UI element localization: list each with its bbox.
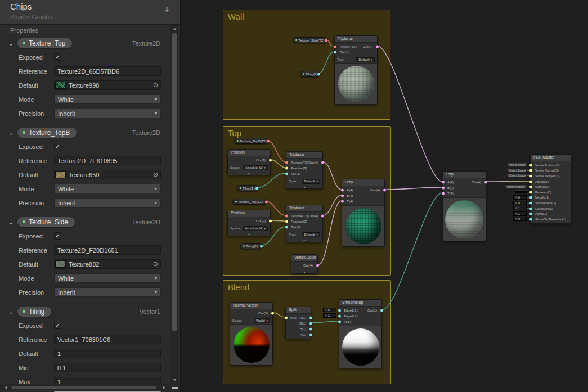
port-vertex-tangent-3-[interactable]: Vertex Tangent(3) — [531, 173, 566, 179]
input-port[interactable] — [529, 201, 532, 204]
graph-pill-tiling-1-[interactable]: Tiling(1) — [237, 185, 258, 191]
precision-dropdown[interactable]: Inherit▾ — [54, 287, 161, 297]
input-port[interactable] — [442, 192, 445, 195]
object-picker-icon[interactable]: ⊙ — [153, 82, 158, 89]
scroll-down-icon[interactable]: ▼ — [170, 376, 179, 384]
object-picker-icon[interactable]: ⊙ — [153, 260, 158, 268]
port-t-4-[interactable]: T(4) — [342, 199, 353, 204]
chevron-down-icon[interactable]: ⌄ — [8, 41, 14, 46]
graph-pill-texture-top-t2-[interactable]: Texture_Top(T2) — [232, 199, 267, 205]
port-position-3-[interactable]: Position(3) — [286, 165, 308, 171]
output-port[interactable] — [309, 317, 312, 319]
port-out-4-[interactable]: Out(4) — [370, 187, 384, 193]
input-port[interactable] — [529, 218, 532, 220]
horizontal-scrollbar[interactable]: ◀ ▶ — [0, 384, 170, 390]
input-port[interactable] — [341, 200, 344, 203]
input-port[interactable] — [442, 187, 445, 190]
port-g-1-[interactable]: G(1) — [299, 321, 311, 326]
output-port[interactable] — [269, 159, 272, 162]
value-field[interactable]: X1 — [323, 313, 336, 318]
input-port[interactable] — [285, 173, 288, 175]
node-triplanar-top2[interactable]: TriplanarTexture(T2)Position(3)Tile(1)Ou… — [286, 205, 323, 242]
output-port[interactable] — [317, 73, 320, 75]
port-out-3-[interactable]: Out(3) — [258, 310, 272, 316]
value-field[interactable]: X0 — [323, 308, 336, 312]
node-lerp-top[interactable]: LerpA(4)B(4)T(4)Out(4) — [342, 179, 385, 247]
node-vertex-color[interactable]: Vertex ColorOut(4)⌄ — [291, 254, 318, 274]
output-port[interactable] — [271, 312, 274, 315]
reference-input[interactable]: Texture2D_7E610895 — [54, 156, 161, 165]
node-dropdown[interactable]: Default▾ — [302, 232, 320, 237]
node-dropdown[interactable]: World▾ — [254, 318, 270, 323]
output-port[interactable] — [255, 187, 258, 190]
output-port[interactable] — [376, 46, 379, 48]
add-property-button[interactable]: + — [164, 4, 170, 15]
exposed-checkbox[interactable]: ✓ — [54, 322, 61, 329]
collapse-chevron-icon[interactable]: ⌄ — [228, 232, 270, 236]
horizontal-scroll-thumb[interactable] — [11, 386, 156, 389]
input-port[interactable] — [529, 186, 532, 188]
input-port[interactable] — [338, 321, 341, 323]
input-port[interactable] — [285, 317, 288, 319]
space-pill[interactable]: Tangent Space — [504, 184, 527, 188]
port-tile-1-[interactable]: Tile(1) — [335, 49, 357, 55]
exposed-checkbox[interactable]: ✓ — [54, 143, 61, 150]
port-out-4-[interactable]: Out(4) — [308, 213, 322, 219]
input-port[interactable] — [334, 51, 336, 54]
port-alphaclipthreshold-1-[interactable]: AlphaClipThreshold(1) — [531, 217, 566, 222]
space-pill[interactable]: Object Space — [506, 168, 527, 172]
port-texture-t2-[interactable]: Texture(T2) — [286, 160, 308, 165]
input-port[interactable] — [442, 181, 445, 184]
port-out-4-[interactable]: Out(4) — [308, 160, 322, 165]
port-position-3-[interactable]: Position(3) — [286, 219, 308, 224]
property-pill[interactable]: Texture_Top — [17, 38, 72, 48]
node-triplanar-top1[interactable]: TriplanarTexture(T2)Position(3)Tile(1)Ou… — [286, 151, 323, 189]
value-field[interactable]: X0 — [513, 217, 527, 221]
mode-dropdown[interactable]: White▾ — [54, 184, 161, 193]
node-normal-vector[interactable]: Normal VectorOut(3)SpaceWorld▾ — [230, 302, 273, 366]
object-picker-icon[interactable]: ⊙ — [153, 171, 158, 178]
precision-dropdown[interactable]: Inherit▾ — [54, 198, 161, 208]
output-port[interactable] — [265, 200, 268, 203]
port-metallic-1-[interactable]: Metallic(1) — [531, 195, 566, 201]
port-occlusion-1-[interactable]: Occlusion(1) — [531, 206, 566, 211]
min-input[interactable]: 0.1 — [54, 363, 161, 372]
panel-resize-handle[interactable] — [172, 387, 178, 389]
input-port[interactable] — [285, 167, 288, 170]
input-port[interactable] — [529, 174, 532, 177]
port-out-3-[interactable]: Out(3) — [256, 157, 270, 163]
port-vertex-normal-3-[interactable]: Vertex Normal(3) — [531, 168, 566, 174]
input-port[interactable] — [341, 195, 344, 197]
chevron-down-icon[interactable]: ⌄ — [8, 220, 14, 224]
output-port[interactable] — [321, 161, 324, 164]
node-triplanar-wall[interactable]: TriplanarTexture(T2)Tile(1)Out(4)TypeDef… — [334, 35, 378, 105]
port-texture-t2-[interactable]: Texture(T2) — [335, 44, 357, 49]
node-position-1[interactable]: PositionOut(3)SpaceAbsolute W▾⌄ — [227, 149, 271, 175]
reference-input[interactable]: Texture2D_F20D1651 — [54, 245, 161, 255]
input-port[interactable] — [285, 220, 288, 223]
output-port[interactable] — [269, 220, 272, 223]
reference-input[interactable]: Vector1_708301C6 — [54, 335, 161, 344]
collapse-chevron-icon[interactable]: ⌄ — [286, 238, 322, 242]
default-texture-field[interactable]: Texture650⊙ — [54, 170, 161, 179]
graph-pill-tiling-1-[interactable]: Tiling(1) — [240, 243, 262, 249]
output-port[interactable] — [309, 322, 312, 325]
input-port[interactable] — [529, 196, 532, 199]
port-in-1-[interactable]: In(1) — [339, 319, 358, 325]
value-field[interactable]: X0 — [513, 195, 527, 200]
reference-input[interactable]: Texture2D_66D57BD6 — [54, 66, 161, 76]
port-smoothness-1-[interactable]: Smoothness(1) — [531, 200, 566, 206]
collapse-chevron-icon[interactable]: ⌄ — [291, 269, 317, 273]
mode-dropdown[interactable]: White▾ — [54, 94, 161, 104]
graph-pill-texture-side-t2-[interactable]: Texture_Side(T2) — [293, 37, 327, 43]
node-position-2[interactable]: PositionOut(3)SpaceAbsolute W▾⌄ — [227, 210, 271, 236]
output-port[interactable] — [325, 39, 327, 42]
input-port[interactable] — [285, 161, 288, 164]
input-port[interactable] — [529, 213, 532, 215]
default-texture-field[interactable]: Texture882⊙ — [54, 259, 161, 269]
default-input[interactable]: 1 — [54, 349, 161, 358]
space-pill[interactable]: Object Space — [506, 163, 527, 166]
port-edge2-1-[interactable]: Edge2(1) — [339, 313, 358, 319]
port-emission-3-[interactable]: Emission(3) — [531, 190, 566, 195]
port-out-4-[interactable]: Out(4) — [303, 263, 317, 268]
